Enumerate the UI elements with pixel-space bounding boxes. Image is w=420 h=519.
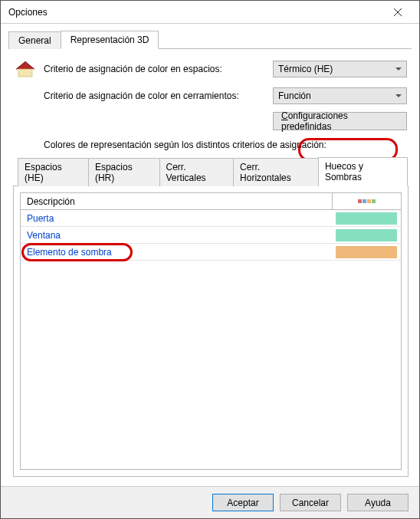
- main-tabs: General Representación 3D: [8, 30, 412, 49]
- grid-cell-description[interactable]: Puerta: [21, 213, 332, 224]
- color-table-container: Descripción Puerta Ventana Elemento de s…: [13, 186, 409, 477]
- preset-row: Configuraciones predefinidas: [13, 112, 407, 130]
- grid-header-color: [332, 193, 401, 209]
- criteria-spaces-value: Térmico (HE): [278, 64, 333, 74]
- grid-header-description: Descripción: [21, 196, 332, 207]
- color-grid-icon: [358, 199, 376, 203]
- svg-rect-3: [18, 69, 32, 77]
- chevron-down-icon: [395, 94, 402, 97]
- cancel-button[interactable]: Cancelar: [280, 494, 341, 511]
- preset-configurations-button[interactable]: Configuraciones predefinidas: [273, 112, 407, 130]
- criteria-spaces-label: Criterio de asignación de color en espac…: [44, 64, 273, 74]
- svg-marker-2: [16, 61, 34, 69]
- criteria-spaces-row: Criterio de asignación de color en espac…: [13, 58, 407, 80]
- close-icon: [394, 8, 402, 16]
- subtab-cerr-verticales[interactable]: Cerr. Verticales: [159, 158, 235, 186]
- color-sub-tabs: Espacios (HE) Espacios (HR) Cerr. Vertic…: [18, 156, 407, 186]
- grid-cell-color[interactable]: [332, 229, 401, 241]
- grid-cell-description[interactable]: Elemento de sombra: [21, 247, 332, 258]
- window-title: Opciones: [8, 7, 48, 18]
- grid-row: Puerta: [21, 210, 401, 227]
- subtab-cerr-horizontales[interactable]: Cerr. Horizontales: [233, 158, 319, 186]
- preset-configurations-label: Configuraciones predefinidas: [281, 110, 392, 132]
- subtab-huecos-sombras[interactable]: Huecos y Sombras: [318, 157, 408, 186]
- titlebar: Opciones: [1, 1, 419, 24]
- ok-button[interactable]: Aceptar: [212, 494, 274, 511]
- grid-cell-color[interactable]: [332, 212, 401, 225]
- criteria-spaces-dropdown[interactable]: Térmico (HE): [273, 61, 407, 77]
- section-colors-label: Colores de representación según los dist…: [44, 140, 407, 150]
- dialog-footer: Aceptar Cancelar Ayuda: [1, 486, 419, 518]
- grid-cell-color[interactable]: [332, 246, 401, 258]
- color-grid: Descripción Puerta Ventana Elemento de s…: [20, 192, 402, 470]
- chevron-down-icon: [395, 67, 402, 71]
- grid-header: Descripción: [21, 193, 401, 210]
- criteria-closures-value: Función: [278, 90, 311, 101]
- tab-representacion-3d[interactable]: Representación 3D: [61, 31, 159, 49]
- house-icon: [13, 58, 38, 80]
- help-button[interactable]: Ayuda: [347, 494, 409, 511]
- close-button[interactable]: [382, 2, 413, 23]
- grid-row: Elemento de sombra: [21, 244, 401, 261]
- subtab-espacios-he[interactable]: Espacios (HE): [18, 158, 89, 186]
- tab-general[interactable]: General: [8, 31, 61, 49]
- criteria-closures-dropdown[interactable]: Función: [273, 87, 407, 104]
- tab-panel: Criterio de asignación de color en espac…: [1, 49, 419, 186]
- subtab-espacios-hr[interactable]: Espacios (HR): [88, 158, 160, 186]
- criteria-closures-row: Criterio de asignación de color en cerra…: [13, 87, 407, 104]
- grid-row: Ventana: [21, 227, 401, 244]
- criteria-closures-label: Criterio de asignación de color en cerra…: [44, 90, 273, 101]
- grid-cell-description[interactable]: Ventana: [21, 230, 332, 241]
